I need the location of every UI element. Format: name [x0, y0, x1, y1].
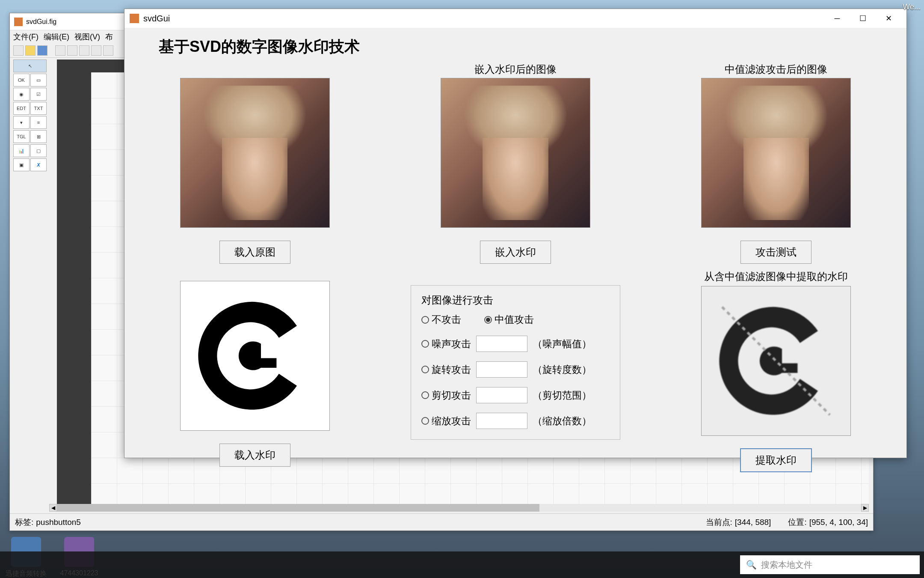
attacked-image — [701, 78, 851, 228]
radio-label: 剪切攻击 — [432, 389, 471, 402]
attack-panel-title: 对图像进行攻击 — [421, 293, 610, 307]
edit-tool[interactable]: EDT — [13, 102, 30, 115]
radio-scale-attack[interactable]: 缩放攻击 — [421, 414, 471, 428]
taskbar: 🔍 搜索本地文件 — [0, 551, 924, 578]
status-point-prefix: 当前点: — [706, 517, 732, 528]
radio-noise-attack[interactable]: 噪声攻击 — [421, 337, 471, 351]
matlab-icon — [130, 14, 139, 23]
load-watermark-button[interactable]: 载入水印 — [219, 444, 290, 467]
maximize-button[interactable]: ☐ — [850, 9, 876, 28]
listbox-tool[interactable]: ≡ — [30, 116, 47, 129]
scale-factor-input[interactable] — [476, 413, 527, 429]
undo-icon[interactable] — [91, 45, 101, 56]
component-palette: ↖ OK▭ ◉☑ EDTTXT ▾≡ TGL⊞ 📊▢ ▣X — [13, 60, 48, 173]
menu-view[interactable]: 视图(V) — [74, 32, 100, 42]
select-tool[interactable]: ↖ — [13, 60, 47, 72]
matlab-icon — [14, 18, 23, 26]
extracted-label: 从含中值滤波图像中提取的水印 — [704, 270, 848, 283]
extract-watermark-button[interactable]: 提取水印 — [740, 449, 811, 472]
scale-hint: （缩放倍数） — [533, 414, 592, 428]
top-right-text: We... — [903, 3, 921, 12]
close-button[interactable]: ✕ — [876, 9, 901, 28]
radio-label: 旋转攻击 — [432, 363, 471, 376]
rotate-degree-input[interactable] — [476, 361, 527, 378]
column-original: 载入原图 载入水印 — [142, 63, 368, 472]
buttongroup-tool[interactable]: ▣ — [13, 158, 30, 171]
radio-crop-attack[interactable]: 剪切攻击 — [421, 389, 471, 402]
popup-tool[interactable]: ▾ — [13, 116, 30, 129]
column-attacked: 中值滤波攻击后的图像 攻击测试 从含中值滤波图像中提取的水印 提取水印 — [663, 63, 889, 472]
radio-label: 噪声攻击 — [432, 337, 471, 351]
noise-hint: （噪声幅值） — [533, 337, 592, 351]
menu-file[interactable]: 文件(F) — [13, 32, 38, 42]
radio-median-attack[interactable]: 中值攻击 — [484, 313, 534, 326]
attacked-label: 中值滤波攻击后的图像 — [725, 63, 827, 75]
cut-icon[interactable] — [55, 45, 65, 56]
bg-window-title: svdGui.fig — [26, 18, 56, 26]
activex-tool[interactable]: X — [30, 158, 47, 171]
crop-hint: （剪切范围） — [533, 389, 592, 402]
status-point-value: [344, 588] — [735, 518, 771, 527]
crop-range-input[interactable] — [476, 387, 527, 403]
fg-window-title: svdGui — [143, 14, 824, 24]
watermark-image — [180, 281, 330, 431]
paste-icon[interactable] — [79, 45, 89, 56]
search-icon: 🔍 — [746, 560, 757, 570]
horizontal-scrollbar[interactable]: ◀ ▶ — [57, 504, 861, 512]
rotate-hint: （旋转度数） — [533, 363, 592, 376]
embed-watermark-button[interactable]: 嵌入水印 — [480, 241, 551, 264]
status-label-prefix: 标签: — [15, 517, 33, 528]
toggle-tool[interactable]: TGL — [13, 130, 30, 143]
slider-tool[interactable]: ▭ — [30, 74, 47, 86]
extracted-watermark-image — [701, 286, 851, 436]
radio-label: 缩放攻击 — [432, 414, 471, 428]
main-title: 基于SVD的数字图像水印技术 — [159, 36, 889, 57]
scroll-thumb[interactable] — [57, 504, 539, 512]
new-icon[interactable] — [13, 45, 24, 56]
copy-icon[interactable] — [67, 45, 77, 56]
radio-no-attack[interactable]: 不攻击 — [421, 313, 461, 326]
original-image — [180, 78, 330, 228]
minimize-button[interactable]: ─ — [824, 9, 850, 28]
redo-icon[interactable] — [103, 45, 113, 56]
axes-tool[interactable]: 📊 — [13, 144, 30, 157]
scroll-right-icon[interactable]: ▶ — [861, 504, 869, 512]
open-icon[interactable] — [25, 45, 36, 56]
column-embedded: 嵌入水印后的图像 嵌入水印 对图像进行攻击 不攻击 中值攻击 噪声攻击 （噪声幅… — [402, 63, 628, 472]
text-tool[interactable]: TXT — [30, 102, 47, 115]
table-tool[interactable]: ⊞ — [30, 130, 47, 143]
radio-rotate-attack[interactable]: 旋转攻击 — [421, 363, 471, 376]
embedded-label: 嵌入水印后的图像 — [474, 63, 557, 75]
pushbutton-tool[interactable]: OK — [13, 74, 30, 86]
scroll-left-icon[interactable]: ◀ — [49, 504, 57, 512]
menu-layout[interactable]: 布 — [105, 32, 113, 42]
attack-test-button[interactable]: 攻击测试 — [740, 241, 811, 264]
radio-label: 中值攻击 — [495, 313, 534, 326]
status-label-value: pushbutton5 — [36, 518, 81, 527]
taskbar-search[interactable]: 🔍 搜索本地文件 — [740, 555, 920, 574]
embedded-image — [441, 78, 590, 228]
attack-panel: 对图像进行攻击 不攻击 中值攻击 噪声攻击 （噪声幅值） 旋转攻击 — [411, 285, 620, 440]
statusbar: 标签: pushbutton5 当前点: [344, 588] 位置: [955… — [10, 513, 873, 530]
menu-edit[interactable]: 编辑(E) — [44, 32, 69, 42]
load-original-button[interactable]: 载入原图 — [219, 241, 290, 264]
status-pos-prefix: 位置: — [788, 517, 806, 528]
noise-amplitude-input[interactable] — [476, 336, 527, 352]
fg-titlebar[interactable]: svdGui ─ ☐ ✕ — [124, 9, 906, 28]
panel-tool[interactable]: ▢ — [30, 144, 47, 157]
save-icon[interactable] — [37, 45, 47, 56]
search-placeholder: 搜索本地文件 — [761, 559, 812, 571]
svdgui-dialog: svdGui ─ ☐ ✕ 基于SVD的数字图像水印技术 载入原图 载入水印 — [124, 9, 907, 458]
status-pos-value: [955, 4, 100, 34] — [809, 518, 868, 527]
checkbox-tool[interactable]: ☑ — [30, 88, 47, 101]
radio-tool[interactable]: ◉ — [13, 88, 30, 101]
radio-label: 不攻击 — [432, 313, 461, 326]
